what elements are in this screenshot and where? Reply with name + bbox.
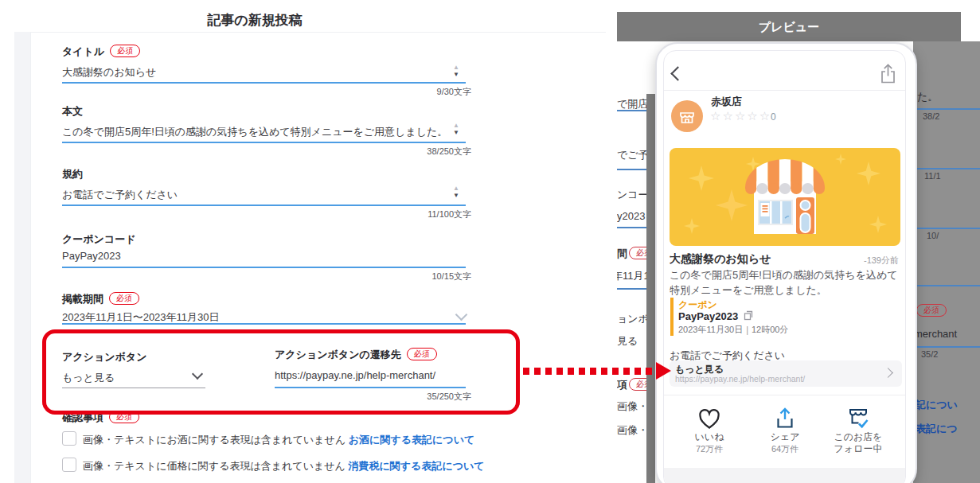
time-ago: -139分前 (864, 255, 899, 267)
article-title: 大感謝祭のお知らせ (670, 252, 771, 267)
follow-store-button[interactable]: このお店をフォロー中 (822, 406, 894, 455)
stepper-up-icon[interactable]: ▲ (451, 122, 462, 129)
price-checkbox-text: 画像・テキストに価格に関する表現は含まれていません (83, 460, 346, 472)
title-input[interactable]: 大感謝祭のお知らせ (62, 65, 156, 80)
article-body: この冬で開店5周年!日頃の感謝の気持ちを込めて特別メニューをご用意しました。 (670, 268, 902, 298)
bg-fragment (913, 168, 980, 169)
body-field-label: 本文 (62, 104, 83, 119)
terms-counter: 11/100文字 (62, 208, 471, 220)
store-follow-icon (845, 406, 872, 431)
phone-screen: 赤坂店 ☆☆☆☆☆ 0 (663, 50, 906, 483)
share-button[interactable]: シェア 64万件 (749, 406, 821, 455)
alcohol-checkbox-row: 画像・テキストにお酒に関する表現は含まれていません お酒に関する表記について (83, 433, 474, 447)
stepper-up-icon[interactable]: ▲ (451, 185, 462, 192)
action-button-label: アクションボタン (62, 350, 146, 364)
bg-fragment: 画像・テ (617, 399, 646, 414)
bg-fragment: 年11月1日 (617, 269, 646, 283)
storefront-illustration (670, 148, 900, 246)
bg-fragment: 表記につ (916, 422, 958, 436)
bg-fragment: 見る (617, 334, 638, 349)
coupon-field-label: クーポンコード (62, 232, 136, 247)
required-badge: 必須 (109, 411, 139, 423)
bg-fragment: ョンボタ (617, 312, 646, 326)
background-fragments-right: た。38/211/110/必須merchant35/2記につい表記につ (913, 41, 980, 483)
confirm-label-text: 確認事項 (62, 411, 103, 423)
page-title: 記事の新規投稿 (0, 11, 510, 29)
price-checkbox-row: 画像・テキストに価格に関する表現は含まれていません 消費税に関する表記について (83, 459, 485, 473)
coupon-accent-bar (670, 298, 674, 336)
confirm-section-label: 確認事項必須 (62, 411, 139, 425)
bg-fragment (617, 227, 646, 228)
dotted-arrow-annotation (523, 368, 656, 375)
page-background-strip (14, 32, 30, 483)
bg-fragment: 画像・テ (617, 423, 646, 438)
bg-fragment (617, 169, 646, 170)
share-count: 64万件 (771, 443, 798, 455)
tax-notation-link[interactable]: 消費税に関する表記について (349, 460, 485, 472)
terms-input[interactable]: お電話でご予約ください (62, 188, 178, 202)
bg-fragment (913, 346, 980, 348)
title-field-label: タイトル必須 (62, 45, 140, 59)
star-rating: ☆☆☆☆☆ (710, 109, 771, 123)
like-label: いいね (695, 431, 724, 443)
action-button-underline (62, 388, 205, 388)
price-checkbox[interactable] (62, 458, 76, 472)
store-avatar[interactable] (671, 100, 703, 132)
stepper-down-icon[interactable]: ▼ (451, 129, 462, 136)
bg-fragment: 38/2 (923, 111, 939, 121)
period-field-label: 掲載期間必須 (62, 292, 139, 306)
action-button-select[interactable]: もっと見る (62, 371, 115, 385)
alcohol-checkbox-text: 画像・テキストにお酒に関する表現は含まれていません (83, 434, 346, 446)
article-banner-image (670, 148, 900, 246)
arrow-head-annotation (656, 362, 671, 380)
bg-fragment: 10/ (927, 231, 939, 240)
copy-icon[interactable] (744, 310, 753, 324)
title-label-text: タイトル (62, 45, 104, 57)
stepper-up-icon[interactable]: ▲ (451, 64, 462, 71)
alcohol-notation-link[interactable]: お酒に関する表記について (349, 434, 474, 446)
like-button[interactable]: いいね 72万件 (674, 406, 745, 455)
phone-footer (664, 468, 905, 483)
bg-fragment: 項 (617, 378, 627, 392)
action-url-label-text: アクションボタンの遷移先 (275, 349, 401, 360)
stepper-down-icon[interactable]: ▼ (451, 192, 462, 199)
bg-fragment: 必須 (916, 304, 947, 317)
bg-fragment (913, 285, 980, 286)
bg-fragment (617, 110, 646, 111)
coupon-counter: 10/15文字 (62, 271, 471, 282)
body-counter: 38/250文字 (62, 146, 471, 158)
coupon-input[interactable]: PayPay2023 (62, 250, 121, 262)
coupon-code: PayPay2023 (678, 310, 738, 322)
coupon-expiry: 2023年11月30日｜12時00分 (678, 324, 788, 336)
title-underline (62, 82, 466, 84)
bg-fragment (913, 228, 980, 229)
bg-fragment: ンコード (617, 188, 646, 202)
period-label-text: 掲載期間 (62, 293, 103, 305)
back-chevron-icon[interactable] (670, 66, 685, 80)
bg-fragment (913, 108, 980, 110)
follow-label: このお店をフォロー中 (834, 431, 882, 455)
title-counter: 9/30文字 (62, 86, 471, 98)
action-url-counter: 35/250文字 (62, 391, 471, 403)
body-stepper[interactable]: ▲▼ (451, 122, 462, 136)
terms-stepper[interactable]: ▲▼ (451, 185, 462, 199)
bg-fragment: 間 (617, 247, 627, 261)
bg-fragment: 11/1 (924, 171, 941, 181)
body-input[interactable]: この冬で開店5周年!日頃の感謝の気持ちを込めて特別メニューをご用意しました。 (62, 125, 447, 139)
share-export-icon[interactable] (879, 63, 897, 88)
bg-fragment: 必須 (629, 247, 646, 259)
follow-label-line1: このお店を (834, 431, 882, 442)
title-stepper[interactable]: ▲▼ (451, 64, 462, 78)
nav-divider (664, 90, 905, 91)
stepper-down-icon[interactable]: ▼ (451, 71, 462, 78)
more-link-url[interactable]: https://paypay.ne.jp/help-merchant/ (675, 374, 805, 384)
bg-fragment: y2023 (617, 210, 645, 222)
body-underline (62, 142, 466, 143)
action-url-input[interactable]: https://paypay.ne.jp/help-merchant/ (275, 369, 435, 381)
alcohol-checkbox[interactable] (62, 431, 76, 446)
bg-fragment: 記につい (916, 398, 958, 412)
storefront-icon (677, 107, 697, 126)
terms-field-label: 規約 (62, 167, 83, 181)
required-badge: 必須 (110, 45, 140, 57)
bg-fragment (617, 288, 646, 290)
